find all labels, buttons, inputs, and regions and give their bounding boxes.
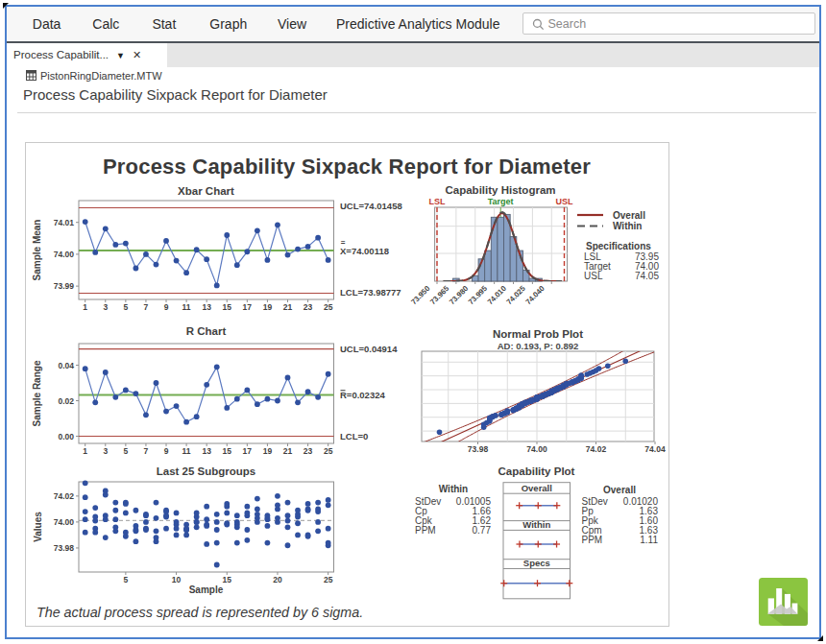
svg-text:Values: Values <box>33 512 43 542</box>
svg-text:15: 15 <box>223 446 232 456</box>
svg-text:LCL=0: LCL=0 <box>340 431 368 441</box>
svg-text:19: 19 <box>263 302 273 312</box>
svg-text:25: 25 <box>324 575 333 584</box>
svg-text:11: 11 <box>182 302 191 312</box>
svg-text:7: 7 <box>144 302 149 312</box>
svg-text:19: 19 <box>263 446 273 456</box>
svg-text:Sample Mean: Sample Mean <box>32 220 42 281</box>
svg-text:74.00: 74.00 <box>54 250 75 259</box>
svg-text:Within: Within <box>439 484 468 494</box>
svg-text:R Chart: R Chart <box>186 325 227 337</box>
svg-text:UCL=0.04914: UCL=0.04914 <box>340 344 398 354</box>
svg-text:Target: Target <box>488 197 514 206</box>
svg-text:X=74.00118: X=74.00118 <box>340 246 389 256</box>
svg-text:USL: USL <box>584 271 603 281</box>
svg-text:7: 7 <box>144 446 149 456</box>
svg-text:1: 1 <box>83 446 87 456</box>
svg-text:25: 25 <box>324 446 333 456</box>
svg-text:74.02: 74.02 <box>54 491 75 501</box>
svg-text:20: 20 <box>273 575 282 584</box>
svg-text:Overall: Overall <box>613 210 645 221</box>
svg-text:Xbar Chart: Xbar Chart <box>178 185 234 197</box>
svg-text:LSL: LSL <box>429 197 447 206</box>
svg-text:0.02: 0.02 <box>58 396 74 406</box>
svg-text:Last 25 Subgroups: Last 25 Subgroups <box>157 465 256 477</box>
svg-text:Capability Histogram: Capability Histogram <box>445 184 555 196</box>
svg-text:Process Capability Sixpack Rep: Process Capability Sixpack Report for Di… <box>103 155 591 179</box>
svg-text:21: 21 <box>283 302 293 312</box>
svg-text:73.99: 73.99 <box>54 281 75 291</box>
svg-text:LCL=73.98777: LCL=73.98777 <box>340 287 401 298</box>
svg-text:AD: 0.193, P: 0.892: AD: 0.193, P: 0.892 <box>498 341 579 351</box>
svg-text:Capability Plot: Capability Plot <box>498 465 575 477</box>
svg-text:5: 5 <box>124 575 129 584</box>
svg-text:9: 9 <box>164 446 169 456</box>
svg-text:=: = <box>341 238 346 247</box>
svg-text:Within: Within <box>613 221 642 231</box>
svg-text:73.98: 73.98 <box>54 543 75 553</box>
svg-text:5: 5 <box>124 446 129 456</box>
svg-text:17: 17 <box>243 302 253 312</box>
svg-text:74.01: 74.01 <box>54 218 75 227</box>
svg-text:13: 13 <box>202 446 211 456</box>
svg-text:74.00: 74.00 <box>526 444 547 454</box>
svg-text:25: 25 <box>324 302 333 312</box>
svg-text:23: 23 <box>304 302 313 312</box>
svg-text:Specs: Specs <box>523 558 550 568</box>
svg-text:0.04: 0.04 <box>58 361 74 370</box>
svg-text:74.02: 74.02 <box>586 444 607 454</box>
svg-text:11: 11 <box>182 446 191 456</box>
svg-text:Sample: Sample <box>189 584 224 595</box>
svg-text:Overall: Overall <box>522 483 552 493</box>
svg-text:3: 3 <box>103 302 108 312</box>
svg-text:10: 10 <box>172 575 182 584</box>
svg-text:21: 21 <box>283 446 293 456</box>
svg-text:15: 15 <box>223 575 232 584</box>
svg-text:15: 15 <box>223 302 232 312</box>
svg-text:Within: Within <box>522 519 550 530</box>
svg-text:23: 23 <box>304 446 313 456</box>
svg-text:USL: USL <box>556 197 574 206</box>
svg-text:Sample Range: Sample Range <box>32 360 42 426</box>
svg-text:74.05: 74.05 <box>635 271 659 281</box>
svg-text:74.00: 74.00 <box>54 517 75 527</box>
svg-text:13: 13 <box>202 302 211 312</box>
svg-text:Specifications: Specifications <box>586 241 651 251</box>
svg-text:1: 1 <box>83 302 87 312</box>
svg-text:R=0.02324: R=0.02324 <box>340 390 385 400</box>
svg-text:0.77: 0.77 <box>473 525 492 536</box>
svg-text:PPM: PPM <box>582 535 603 545</box>
svg-text:5: 5 <box>124 302 129 312</box>
svg-text:3: 3 <box>103 446 108 456</box>
svg-text:1.11: 1.11 <box>640 535 658 545</box>
svg-text:73.98: 73.98 <box>468 444 489 454</box>
svg-text:PPM: PPM <box>415 525 436 536</box>
svg-text:Normal Prob Plot: Normal Prob Plot <box>493 328 583 340</box>
svg-text:Overall: Overall <box>603 485 636 495</box>
svg-text:74.04: 74.04 <box>644 444 666 454</box>
svg-text:The actual process spread is r: The actual process spread is represented… <box>36 605 363 620</box>
svg-text:9: 9 <box>164 302 169 312</box>
svg-text:17: 17 <box>243 446 253 456</box>
svg-text:0.00: 0.00 <box>58 432 74 441</box>
svg-text:UCL=74.01458: UCL=74.01458 <box>340 201 402 211</box>
